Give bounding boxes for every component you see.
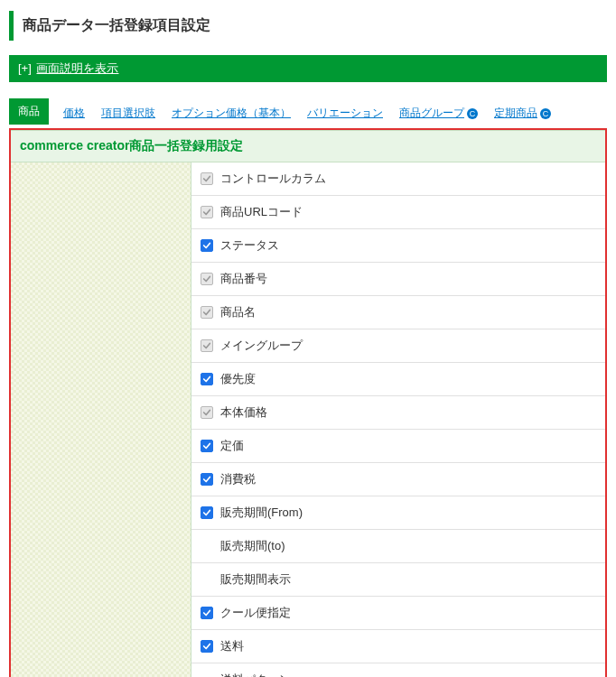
field-label: 販売期間(to)	[220, 538, 596, 554]
expand-prefix: [+]	[18, 61, 32, 75]
field-row: 商品URLコード	[191, 196, 605, 229]
checkbox[interactable]	[201, 640, 213, 653]
field-label: コントロールカラム	[220, 171, 596, 187]
tab-label: 商品グループ	[399, 107, 464, 119]
field-label: 商品名	[220, 304, 596, 320]
field-label: 優先度	[220, 371, 596, 387]
field-label: ステータス	[220, 237, 596, 254]
field-row: 本体価格	[191, 396, 605, 430]
panel: commerce creator商品一括登録用設定 コントロールカラム商品URL…	[9, 128, 607, 677]
checkbox-spacer	[201, 573, 213, 586]
field-row: 優先度	[191, 363, 605, 396]
field-row: 販売期間(From)	[191, 496, 605, 530]
checkbox	[201, 306, 213, 319]
tab-label: 商品	[18, 105, 40, 117]
checkbox[interactable]	[201, 239, 213, 252]
field-label: 送料パターン	[220, 672, 596, 677]
checkbox[interactable]	[201, 607, 213, 619]
field-row: ステータス	[191, 229, 605, 263]
expand-bar[interactable]: [+] 画面説明を表示	[9, 55, 607, 82]
field-label: 商品URLコード	[220, 204, 596, 220]
right-column: コントロールカラム商品URLコードステータス商品番号商品名メイングループ優先度本…	[191, 162, 605, 677]
checkbox[interactable]	[201, 506, 213, 519]
checkbox	[201, 273, 213, 285]
field-label: 消費税	[220, 471, 596, 487]
field-row: メイングループ	[191, 329, 605, 363]
field-label: 販売期間表示	[220, 571, 596, 588]
field-row: 送料パターン	[191, 663, 605, 677]
tab-label: 項目選択肢	[101, 107, 155, 119]
field-row: 商品名	[191, 296, 605, 329]
field-row: 送料	[191, 630, 605, 663]
checkbox	[201, 206, 213, 218]
tab-4[interactable]: バリエーション	[305, 102, 385, 125]
page-title: 商品データ一括登録項目設定	[9, 11, 607, 41]
tab-3[interactable]: オプション価格（基本）	[170, 102, 293, 125]
field-row: 販売期間(to)	[191, 530, 605, 563]
field-label: 送料	[220, 638, 596, 654]
tab-6[interactable]: 定期商品C	[492, 102, 553, 125]
left-column	[11, 162, 191, 677]
field-row: 定価	[191, 430, 605, 463]
panel-header: commerce creator商品一括登録用設定	[11, 130, 605, 162]
checkbox-spacer	[201, 673, 213, 677]
tab-0[interactable]: 商品	[9, 98, 49, 125]
tab-5[interactable]: 商品グループC	[397, 102, 480, 125]
field-label: 本体価格	[220, 404, 596, 421]
expand-link[interactable]: 画面説明を表示	[36, 61, 118, 75]
checkbox	[201, 172, 213, 185]
field-row: コントロールカラム	[191, 162, 605, 196]
field-label: メイングループ	[220, 338, 596, 354]
checkbox	[201, 339, 213, 352]
field-row: 商品番号	[191, 263, 605, 296]
field-label: 定価	[220, 438, 596, 454]
tab-label: オプション価格（基本）	[172, 107, 291, 119]
field-label: 商品番号	[220, 271, 596, 287]
panel-body: コントロールカラム商品URLコードステータス商品番号商品名メイングループ優先度本…	[11, 162, 605, 677]
checkbox-spacer	[201, 540, 213, 552]
field-row: クール便指定	[191, 597, 605, 630]
tab-1[interactable]: 価格	[61, 102, 87, 125]
field-row: 消費税	[191, 463, 605, 496]
field-label: 販売期間(From)	[220, 505, 596, 521]
c-badge-icon: C	[467, 108, 478, 119]
checkbox	[201, 406, 213, 419]
tab-label: 価格	[63, 107, 85, 119]
tabs: 商品価格項目選択肢オプション価格（基本）バリエーション商品グループC定期商品C	[9, 98, 607, 128]
checkbox[interactable]	[201, 373, 213, 385]
checkbox[interactable]	[201, 440, 213, 452]
tab-label: 定期商品	[494, 107, 537, 119]
tab-label: バリエーション	[307, 107, 383, 119]
field-label: クール便指定	[220, 605, 596, 621]
field-row: 販売期間表示	[191, 563, 605, 597]
tab-2[interactable]: 項目選択肢	[99, 102, 157, 125]
c-badge-icon: C	[540, 108, 551, 119]
checkbox[interactable]	[201, 473, 213, 486]
